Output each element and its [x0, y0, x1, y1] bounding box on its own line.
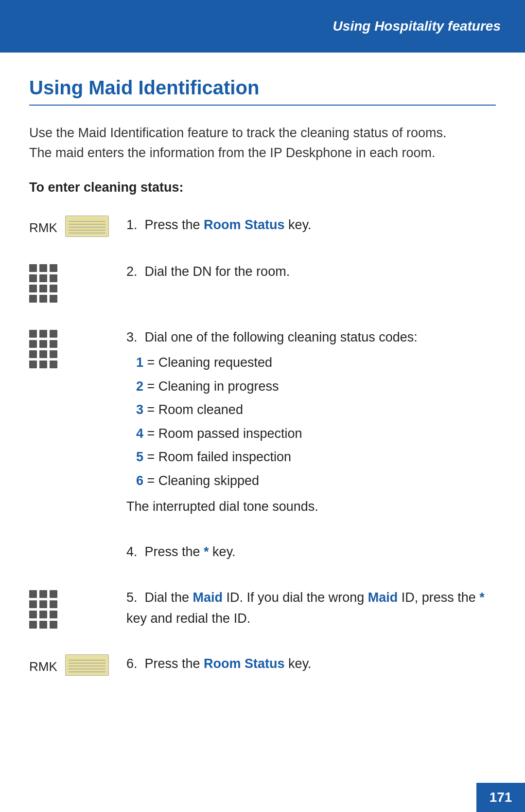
intro-text: Use the Maid Identification feature to t…	[29, 123, 496, 162]
step-1-highlight-roomstatus: Room Status	[204, 217, 285, 232]
code-item-2: 2 = Cleaning in progress	[136, 377, 496, 397]
step-5-icon	[29, 587, 126, 629]
step-row-3: 3. Dial one of the following cleaning st…	[29, 327, 496, 517]
header-bar: Using Hospitality features	[0, 0, 525, 53]
key	[29, 361, 37, 368]
key	[50, 350, 57, 358]
keypad-icon-5	[29, 590, 57, 629]
step-row-5: 5. Dial the Maid ID. If you dial the wro…	[29, 587, 496, 629]
key	[39, 600, 47, 608]
step-2-number: 2.	[126, 264, 145, 279]
step-row-4: 4. Press the * key.	[29, 541, 496, 562]
step-5-maid-1: Maid	[193, 590, 223, 605]
page-title: Using Maid Identification	[29, 77, 496, 106]
key	[29, 350, 37, 358]
key	[29, 611, 37, 618]
key	[39, 330, 47, 338]
step-5-maid-2: Maid	[368, 590, 398, 605]
rmk-label-6: RMK	[29, 659, 57, 674]
key	[39, 285, 47, 292]
step-1-number: 1.	[126, 217, 145, 232]
code-3: 3	[136, 402, 143, 417]
cleaning-codes-list: 1 = Cleaning requested 2 = Cleaning in p…	[136, 353, 496, 490]
key	[29, 274, 37, 282]
step-6-content: 6. Press the Room Status key.	[126, 653, 496, 674]
key	[39, 340, 47, 348]
header-title: Using Hospitality features	[333, 18, 501, 34]
code-item-3: 3 = Room cleaned	[136, 400, 496, 420]
key	[39, 590, 47, 598]
key	[39, 264, 47, 272]
code-5: 5	[136, 450, 143, 464]
code-item-4: 4 = Room passed inspection	[136, 424, 496, 444]
key	[50, 340, 57, 348]
step-4-star: *	[204, 544, 209, 559]
step-3-note: The interrupted dial tone sounds.	[126, 496, 496, 517]
rmk-label-1: RMK	[29, 220, 57, 235]
rmk-image-1	[65, 216, 109, 237]
step-6-number: 6.	[126, 656, 145, 671]
key	[29, 600, 37, 608]
key	[29, 330, 37, 338]
key	[39, 295, 47, 303]
step-row-1: RMK 1. Press the Room Status key.	[29, 215, 496, 237]
keypad-icon-3	[29, 330, 57, 368]
step-3-content: 3. Dial one of the following cleaning st…	[126, 327, 496, 517]
key	[50, 590, 57, 598]
key	[39, 361, 47, 368]
section-heading: To enter cleaning status:	[29, 180, 496, 195]
step-4-icon	[29, 541, 126, 542]
code-item-1: 1 = Cleaning requested	[136, 353, 496, 373]
step-row-2: 2. Dial the DN for the room.	[29, 261, 496, 303]
key	[50, 295, 57, 303]
key	[29, 295, 37, 303]
key	[39, 350, 47, 358]
step-1-content: 1. Press the Room Status key.	[126, 215, 496, 235]
page-number-text: 171	[490, 790, 512, 805]
step-4-number: 4.	[126, 544, 145, 559]
step-2-icon	[29, 261, 126, 303]
step-5-number: 5.	[126, 590, 145, 605]
key	[29, 590, 37, 598]
content-area: Using Maid Identification Use the Maid I…	[0, 53, 525, 739]
step-3-icon	[29, 327, 126, 368]
key	[50, 264, 57, 272]
key	[29, 285, 37, 292]
step-5-content: 5. Dial the Maid ID. If you dial the wro…	[126, 587, 496, 629]
code-item-6: 6 = Cleaning skipped	[136, 471, 496, 491]
key	[50, 285, 57, 292]
key	[50, 611, 57, 618]
key	[29, 340, 37, 348]
steps-container: RMK 1. Press the Room Status key.	[29, 215, 496, 700]
page-number: 171	[476, 783, 525, 812]
step-4-content: 4. Press the * key.	[126, 541, 496, 562]
key	[50, 274, 57, 282]
step-5-star: *	[479, 590, 485, 605]
code-6: 6	[136, 473, 143, 488]
step-row-6: RMK 6. Press the Room Status key.	[29, 653, 496, 676]
key	[50, 361, 57, 368]
step-2-content: 2. Dial the DN for the room.	[126, 261, 496, 282]
key	[39, 274, 47, 282]
rmk-image-6	[65, 654, 109, 676]
code-2: 2	[136, 379, 143, 394]
step-6-roomstatus: Room Status	[204, 656, 285, 671]
keypad-icon-2	[29, 264, 57, 303]
code-1: 1	[136, 355, 143, 370]
step-3-number: 3.	[126, 330, 145, 344]
key	[29, 264, 37, 272]
step-6-icon: RMK	[29, 653, 126, 676]
code-item-5: 5 = Room failed inspection	[136, 447, 496, 467]
key	[50, 600, 57, 608]
key	[50, 330, 57, 338]
key	[39, 611, 47, 618]
code-4: 4	[136, 426, 143, 441]
step-1-icon: RMK	[29, 215, 126, 237]
key	[39, 621, 47, 629]
key	[50, 621, 57, 629]
key	[29, 621, 37, 629]
